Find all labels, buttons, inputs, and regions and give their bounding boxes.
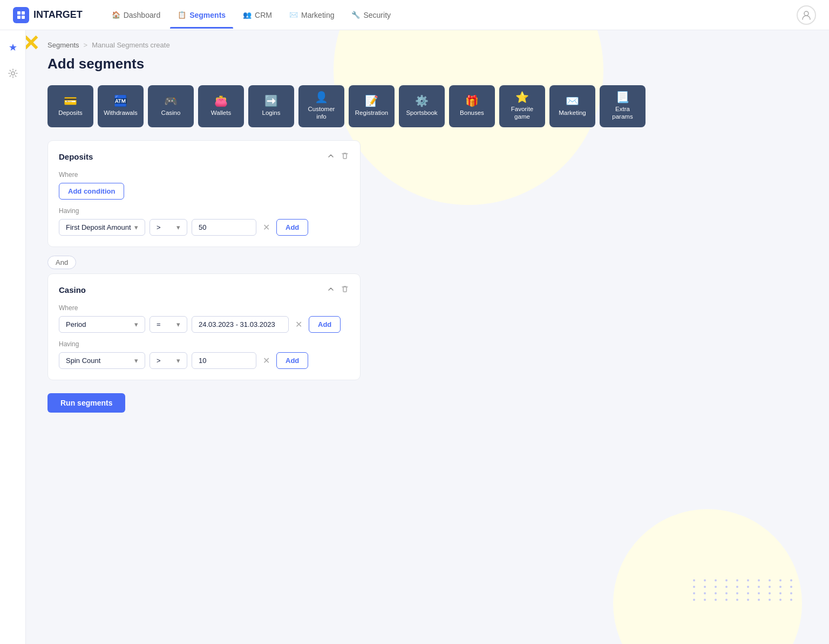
- category-label-registration: Registration: [355, 109, 388, 117]
- sidebar: [0, 30, 26, 644]
- user-avatar[interactable]: [797, 5, 816, 25]
- category-btn-deposits[interactable]: 💳Deposits: [47, 85, 93, 127]
- svg-rect-0: [17, 11, 21, 15]
- casino-where-row: Period ▾ = ▾ ✕ Add: [59, 316, 349, 333]
- category-btn-extra-params[interactable]: 📃Extra params: [600, 85, 645, 127]
- category-label-wallets: Wallets: [211, 109, 231, 117]
- casino-where-value-input[interactable]: [192, 316, 289, 333]
- casino-having-add-button[interactable]: Add: [276, 352, 308, 369]
- category-icon-withdrawals: 🏧: [114, 95, 127, 106]
- deposits-card-title: Deposits: [59, 152, 93, 161]
- casino-where-label: Where: [59, 304, 349, 312]
- deposits-field-chevron-icon: ▾: [134, 223, 138, 231]
- casino-having-op-value: >: [157, 357, 161, 365]
- category-btn-registration[interactable]: 📝Registration: [349, 85, 395, 127]
- category-icon-logins: ➡️: [264, 95, 278, 106]
- deposits-having-field-value: First Deposit Amount: [66, 223, 131, 231]
- nav-label-segments: Segments: [189, 11, 226, 19]
- casino-where-op-dropdown[interactable]: = ▾: [150, 316, 187, 333]
- casino-where-field-value: Period: [66, 320, 86, 328]
- category-icon-sportsbook: ⚙️: [415, 95, 429, 106]
- deposits-card-header: Deposits: [59, 152, 349, 162]
- category-btn-logins[interactable]: ➡️Logins: [248, 85, 294, 127]
- deposits-having-add-button[interactable]: Add: [276, 219, 308, 236]
- deposits-having-clear-button[interactable]: ✕: [261, 220, 272, 235]
- category-btn-customer-info[interactable]: 👤Customer info: [298, 85, 344, 127]
- category-btn-withdrawals[interactable]: 🏧Withdrawals: [98, 85, 144, 127]
- category-label-deposits: Deposits: [58, 109, 83, 117]
- deposits-delete-icon[interactable]: [341, 152, 349, 162]
- deposits-op-chevron-icon: ▾: [176, 223, 180, 231]
- breadcrumb-segments[interactable]: Segments: [47, 41, 79, 49]
- casino-having-label: Having: [59, 340, 349, 348]
- category-label-customer-info: Customer info: [304, 106, 339, 121]
- nav-item-marketing[interactable]: ✉️Marketing: [282, 6, 342, 24]
- logo-icon: [13, 7, 29, 23]
- category-icon-marketing: ✉️: [566, 95, 579, 106]
- category-btn-sportsbook[interactable]: ⚙️Sportsbook: [399, 85, 445, 127]
- casino-having-op-dropdown[interactable]: > ▾: [150, 352, 187, 369]
- category-label-logins: Logins: [262, 109, 281, 117]
- nav-item-crm[interactable]: 👥CRM: [235, 6, 280, 24]
- category-icon-casino: 🎮: [164, 95, 178, 106]
- add-condition-button[interactable]: Add condition: [59, 183, 124, 200]
- svg-point-4: [804, 11, 808, 16]
- svg-rect-3: [22, 16, 25, 19]
- app-logo[interactable]: INTARGET: [13, 7, 83, 23]
- category-icon-bonuses: 🎁: [465, 95, 479, 106]
- category-grid: 💳Deposits🏧Withdrawals🎮Casino👛Wallets➡️Lo…: [47, 85, 807, 127]
- nav-item-security[interactable]: 🔧Security: [344, 6, 398, 24]
- casino-collapse-icon[interactable]: [327, 285, 335, 296]
- deposits-having-label: Having: [59, 207, 349, 215]
- svg-rect-2: [17, 16, 21, 19]
- deposits-having-value-input[interactable]: [192, 219, 256, 236]
- breadcrumb-separator: >: [84, 41, 88, 49]
- nav-icon-segments: 📋: [178, 11, 186, 19]
- nav-item-dashboard[interactable]: 🏠Dashboard: [104, 6, 168, 24]
- navbar: INTARGET 🏠Dashboard📋Segments👥CRM✉️Market…: [0, 0, 829, 30]
- nav-label-security: Security: [363, 11, 391, 19]
- casino-where-op-value: =: [157, 320, 161, 328]
- category-icon-wallets: 👛: [214, 95, 228, 106]
- category-label-extra-params: Extra params: [605, 106, 640, 121]
- deposits-collapse-icon[interactable]: [327, 152, 335, 162]
- nav-item-segments[interactable]: 📋Segments: [170, 6, 233, 24]
- casino-where-op-chevron-icon: ▾: [176, 320, 180, 328]
- app-name: INTARGET: [33, 9, 83, 20]
- deposits-having-field-dropdown[interactable]: First Deposit Amount ▾: [59, 219, 145, 236]
- nav-icon-marketing: ✉️: [289, 11, 298, 19]
- deposits-card: Deposits Where Add condition Having: [47, 140, 361, 247]
- category-btn-marketing[interactable]: ✉️Marketing: [549, 85, 595, 127]
- deposits-card-actions: [327, 152, 349, 162]
- category-btn-bonuses[interactable]: 🎁Bonuses: [449, 85, 495, 127]
- casino-delete-icon[interactable]: [341, 285, 349, 296]
- casino-card-header: Casino: [59, 285, 349, 296]
- category-btn-wallets[interactable]: 👛Wallets: [198, 85, 244, 127]
- casino-where-field-chevron-icon: ▾: [134, 320, 138, 328]
- breadcrumb-current: Manual Segments create: [92, 41, 170, 49]
- sidebar-icon-favorite[interactable]: [4, 39, 22, 56]
- sidebar-icon-settings[interactable]: [4, 65, 22, 82]
- category-btn-casino[interactable]: 🎮Casino: [148, 85, 194, 127]
- deposits-having-op-dropdown[interactable]: > ▾: [150, 219, 187, 236]
- nav-label-crm: CRM: [255, 11, 272, 19]
- casino-having-field-chevron-icon: ▾: [134, 357, 138, 365]
- casino-where-field-dropdown[interactable]: Period ▾: [59, 316, 145, 333]
- casino-where-add-button[interactable]: Add: [309, 316, 341, 333]
- deposits-having-row: First Deposit Amount ▾ > ▾ ✕ Add: [59, 219, 349, 236]
- casino-having-value-input[interactable]: [192, 352, 256, 369]
- and-badge[interactable]: And: [47, 256, 76, 269]
- category-icon-deposits: 💳: [64, 95, 77, 106]
- category-btn-favorite-game[interactable]: ⭐Favorite game: [499, 85, 545, 127]
- svg-point-5: [11, 72, 15, 75]
- category-label-withdrawals: Withdrawals: [104, 109, 138, 117]
- category-icon-registration: 📝: [365, 95, 378, 106]
- run-segments-button[interactable]: Run segments: [47, 393, 125, 413]
- category-label-sportsbook: Sportsbook: [406, 109, 437, 117]
- casino-where-clear-button[interactable]: ✕: [293, 317, 304, 332]
- casino-having-field-dropdown[interactable]: Spin Count ▾: [59, 352, 145, 369]
- casino-card: Casino Where Period ▾: [47, 273, 361, 380]
- category-icon-extra-params: 📃: [616, 92, 629, 102]
- casino-having-clear-button[interactable]: ✕: [261, 353, 272, 368]
- nav-label-marketing: Marketing: [301, 11, 334, 19]
